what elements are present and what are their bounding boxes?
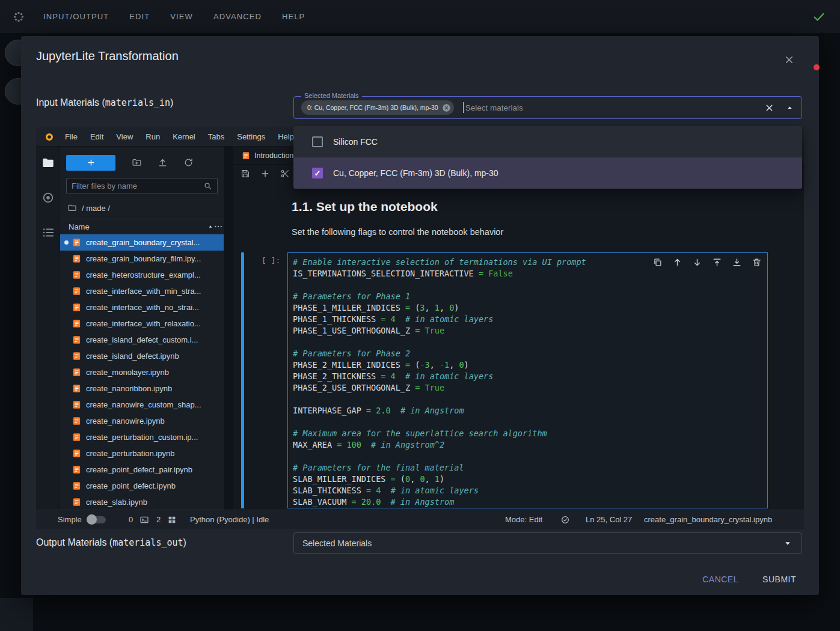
output-materials-select[interactable]: Selected Materials [293, 532, 802, 554]
arrow-down-icon[interactable] [692, 257, 702, 267]
code-line: PHASE_1_THICKNESS = 4 # in atomic layers [293, 314, 767, 325]
chip-remove-icon[interactable] [442, 103, 451, 112]
code-cell[interactable]: # Enable interactive selection of termin… [287, 252, 768, 508]
kernel-status[interactable]: Python (Pyodide) | Idle [190, 510, 269, 529]
upload-icon[interactable] [158, 157, 168, 168]
file-item[interactable]: create_nanoribbon.ipynb [60, 380, 224, 397]
file-item[interactable]: create_interface_with_no_strai... [60, 299, 224, 316]
file-list-header[interactable]: Name [60, 219, 224, 234]
insert-above-icon[interactable] [712, 257, 722, 267]
file-item[interactable]: create_perturbation_custom.ip... [60, 429, 224, 445]
code-line: PHASE_2_USE_ORTHOGONAL_Z = True [293, 382, 767, 394]
file-item[interactable]: create_interface_with_relaxatio... [60, 316, 224, 332]
notebook-file-icon [72, 384, 81, 393]
select-materials-input[interactable] [465, 103, 758, 112]
trash-icon[interactable] [752, 257, 762, 267]
file-item[interactable]: create_grain_boundary_film.ipy... [60, 251, 224, 267]
file-item[interactable]: create_point_defect.ipynb [60, 478, 224, 494]
terminals-count[interactable]: 0 [129, 510, 133, 529]
arrow-up-icon[interactable] [672, 257, 682, 267]
app-top-bar: INPUT/OUTPUTEDITVIEWADVANCEDHELP [0, 0, 840, 33]
selected-material-chip[interactable]: 0: Cu, Copper, FCC (Fm-3m) 3D (Bulk), mp… [301, 100, 454, 115]
plus-icon[interactable] [260, 169, 270, 178]
file-item[interactable]: create_nanowire_custom_shap... [60, 397, 224, 413]
jupyter-menu-edit[interactable]: Edit [90, 132, 103, 141]
topbar-menu-input-output[interactable]: INPUT/OUTPUT [43, 12, 109, 21]
file-name: create_point_defect.ipynb [86, 481, 176, 490]
topbar-menu-view[interactable]: VIEW [170, 12, 193, 21]
text-cursor [463, 102, 464, 113]
running-sessions-icon[interactable] [41, 191, 55, 204]
notebook-file-icon [72, 416, 81, 425]
jupyter-menu-help[interactable]: Help [278, 132, 294, 141]
editor-mode[interactable]: Mode: Edit [505, 510, 542, 529]
cell-prompt: [ ]: [262, 256, 280, 265]
notebook-file-icon [72, 433, 81, 442]
folder-icon[interactable] [41, 156, 55, 169]
table-of-contents-icon[interactable] [41, 226, 55, 239]
file-name: create_point_defect_pair.ipynb [86, 465, 192, 474]
code-line: SLAB_MILLER_INDICES = (0, 0, 1) [293, 474, 767, 485]
material-option[interactable]: Silicon FCC [293, 126, 802, 157]
more-columns-icon[interactable] [213, 222, 223, 231]
kernel-icon [167, 515, 177, 525]
kernels-count[interactable]: 2 [156, 510, 161, 529]
jupyter-menu-run[interactable]: Run [146, 132, 160, 141]
file-name: create_interface_with_min_stra... [86, 287, 201, 296]
checkbox-icon[interactable] [312, 136, 323, 147]
active-filename: create_grain_boundary_crystal.ipynb [644, 510, 772, 529]
file-item[interactable]: create_point_defect_pair.ipynb [60, 462, 224, 478]
file-item[interactable]: create_island_defect_custom.i... [60, 332, 224, 348]
cut-icon[interactable] [280, 169, 290, 178]
file-browser-actions [124, 157, 201, 168]
panel-splitter[interactable] [224, 147, 233, 510]
copy-icon[interactable] [652, 257, 663, 267]
jupyter-menu-settings[interactable]: Settings [237, 132, 265, 141]
input-materials-label: Input Materials (materials_in) [36, 97, 173, 108]
new-folder-icon[interactable] [132, 157, 142, 168]
name-column-header[interactable]: Name [69, 222, 90, 231]
dialog-close-icon[interactable] [783, 54, 795, 66]
expand-dropdown-icon[interactable] [782, 538, 793, 549]
jupyter-menu-kernel[interactable]: Kernel [173, 132, 195, 141]
new-launcher-button[interactable] [66, 155, 115, 171]
jupyterlite-transformation-dialog: JupyterLite Transformation Input Materia… [21, 36, 819, 595]
insert-below-icon[interactable] [732, 257, 742, 267]
input-materials-select[interactable]: Selected Materials 0: Cu, Copper, FCC (F… [293, 96, 802, 119]
file-item[interactable]: create_island_defect.ipynb [60, 348, 224, 364]
topbar-menu-help[interactable]: HELP [282, 12, 305, 21]
jupyter-menu-tabs[interactable]: Tabs [208, 132, 224, 141]
material-option[interactable]: Cu, Copper, FCC (Fm-3m) 3D (Bulk), mp-30 [293, 157, 802, 189]
file-item[interactable]: create_perturbation.ipynb [60, 445, 224, 462]
cell-collapser[interactable] [241, 252, 244, 508]
jupyter-menu-file[interactable]: File [65, 132, 78, 141]
app-logo-icon[interactable] [12, 10, 25, 23]
file-item[interactable]: create_monolayer.ipynb [60, 364, 224, 380]
tab-introduction[interactable]: Introduction [233, 147, 302, 164]
jupyter-menu-view[interactable]: View [116, 132, 133, 141]
cursor-position[interactable]: Ln 25, Col 27 [586, 510, 632, 529]
confirm-check-icon[interactable] [812, 10, 826, 23]
label-code: materials_out [112, 537, 183, 548]
simple-mode-toggle[interactable] [88, 516, 106, 523]
file-item[interactable]: create_heterostructure_exampl... [60, 267, 224, 283]
file-item[interactable]: create_interface_with_min_stra... [60, 283, 224, 299]
submit-button[interactable]: SUBMIT [754, 569, 805, 590]
file-item[interactable]: create_slab.ipynb [60, 494, 224, 510]
topbar-menu-advanced[interactable]: ADVANCED [213, 12, 262, 21]
filter-files-box [66, 178, 218, 194]
file-name: create_grain_boundary_crystal... [86, 238, 200, 247]
cancel-button[interactable]: CANCEL [694, 569, 747, 590]
file-item[interactable]: create_nanowire.ipynb [60, 413, 224, 429]
file-item[interactable]: create_grain_boundary_crystal... [60, 234, 224, 251]
filter-files-input[interactable] [72, 181, 203, 191]
notebook-file-icon [72, 368, 81, 377]
clear-selection-icon[interactable] [764, 103, 774, 113]
checkbox-icon[interactable] [312, 168, 323, 178]
label-text: Input Materials ( [36, 97, 105, 108]
breadcrumb[interactable]: / made / [60, 201, 224, 215]
collapse-dropdown-icon[interactable] [785, 103, 794, 112]
topbar-menu-edit[interactable]: EDIT [129, 12, 150, 21]
save-icon[interactable] [241, 169, 250, 178]
refresh-icon[interactable] [183, 157, 194, 168]
